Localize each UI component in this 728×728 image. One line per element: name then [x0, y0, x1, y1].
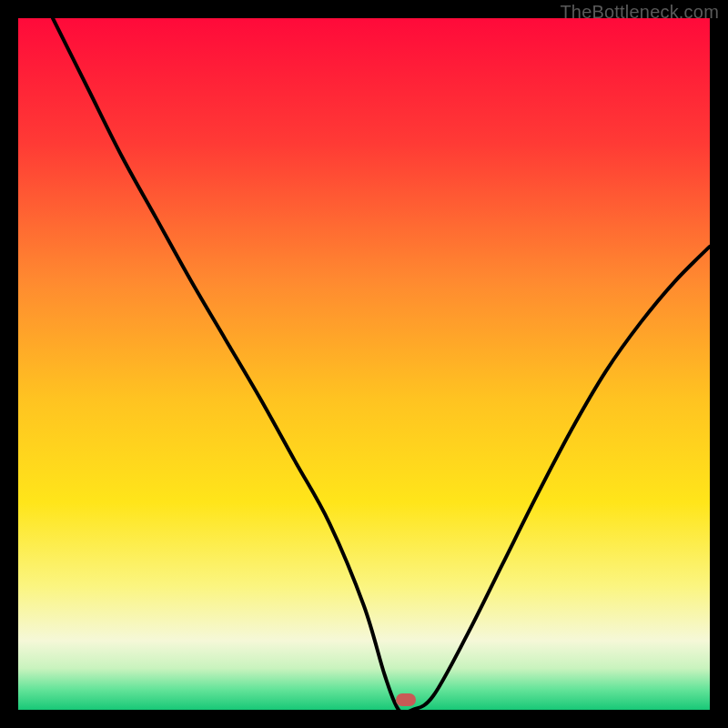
chart-stage: TheBottleneck.com [0, 0, 728, 728]
watermark-text: TheBottleneck.com [560, 2, 719, 23]
curve-layer [18, 18, 710, 710]
plot-area [18, 18, 710, 710]
bottleneck-curve [53, 18, 710, 710]
optimal-marker [396, 693, 416, 706]
